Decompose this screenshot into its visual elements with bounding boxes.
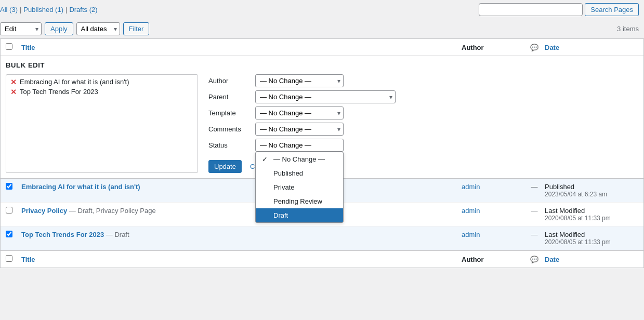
footer-select-all-wrap[interactable] <box>6 255 21 263</box>
status-option-no-change[interactable]: ✓ — No Change — <box>256 152 343 166</box>
row-title-sub-3: — Draft <box>106 231 129 238</box>
bulk-field-author-label: Author <box>208 77 255 85</box>
table-footer-row: Title Author 💬 Date <box>1 250 643 268</box>
bulk-template-select[interactable]: — No Change — <box>255 106 344 119</box>
row-title-sub-2: — Draft, Privacy Policy Page <box>69 207 156 215</box>
row-checkbox-2-wrap[interactable] <box>6 207 21 215</box>
bulk-update-button[interactable]: Update <box>208 160 242 173</box>
bulk-parent-select[interactable]: — No Change — <box>255 90 396 103</box>
row-date-value-1: 2023/05/04 at 6:23 am <box>545 191 638 198</box>
search-pages-area: Search Pages <box>479 3 639 16</box>
select-all-checkbox[interactable] <box>6 43 12 50</box>
status-option-private[interactable]: Private <box>256 180 343 194</box>
status-dropdown-popup: ✓ — No Change — Published Private <box>255 152 344 223</box>
bulk-item-remove-1[interactable]: ✕ <box>10 88 17 96</box>
row-date-3: Last Modified 2020/08/05 at 11:33 pm <box>545 231 638 246</box>
row-date-value-3: 2020/08/05 at 11:33 pm <box>545 238 638 246</box>
footer-column-comments: 💬 <box>524 256 545 263</box>
row-title-link-3[interactable]: Top Tech Trends For 2023 <box>21 231 104 238</box>
bulk-action-select[interactable]: Edit <box>0 22 42 35</box>
filter-links-area: All (3) | Published (1) | Drafts (2) <box>0 6 98 14</box>
comments-column-icon: 💬 <box>530 44 538 51</box>
bulk-status-select[interactable]: — No Change — <box>255 139 344 152</box>
status-option-pending-review[interactable]: Pending Review <box>256 194 343 208</box>
footer-column-date[interactable]: Date <box>545 256 638 263</box>
row-title-1: Embracing AI for what it is (and isn't) <box>21 183 462 191</box>
bulk-field-status-control: — No Change — ✓ — No Change — <box>255 139 344 152</box>
bulk-item-1: ✕ Top Tech Trends For 2023 <box>10 88 193 96</box>
row-title-link-1[interactable]: Embracing AI for what it is (and isn't) <box>21 183 140 191</box>
footer-comments-icon: 💬 <box>530 256 538 263</box>
bulk-field-template-control: — No Change — <box>255 106 344 119</box>
bulk-edit-title: BULK EDIT <box>6 61 638 69</box>
status-option-private-label: Private <box>273 183 294 191</box>
bulk-edit-fields: Author — No Change — Parent — No Chang <box>208 74 638 173</box>
bulk-item-label-1: Top Tech Trends For 2023 <box>20 88 98 96</box>
bulk-field-parent-control: — No Change — <box>255 90 396 103</box>
bulk-field-comments-row: Comments — No Change — <box>208 123 638 136</box>
pages-table: Title Author 💬 Date BULK EDIT ✕ Embracin… <box>0 38 644 268</box>
search-pages-input[interactable] <box>479 3 583 16</box>
row-checkbox-2[interactable] <box>6 207 12 214</box>
bulk-field-status-row: Status — No Change — ✓ — No Change — <box>208 139 638 152</box>
row-author-3: admin <box>462 231 524 238</box>
bulk-item-0: ✕ Embracing AI for what it is (and isn't… <box>10 78 193 86</box>
footer-select-all-checkbox[interactable] <box>6 255 12 262</box>
row-date-1: Published 2023/05/04 at 6:23 am <box>545 183 638 198</box>
row-checkbox-1-wrap[interactable] <box>6 183 21 191</box>
row-author-link-2[interactable]: admin <box>462 207 480 215</box>
filter-drafts-link[interactable]: Drafts (2) <box>69 6 97 14</box>
row-date-value-2: 2020/08/05 at 11:33 pm <box>545 215 638 222</box>
bulk-field-template-row: Template — No Change — <box>208 106 638 119</box>
row-checkbox-1[interactable] <box>6 183 12 190</box>
select-all-checkbox-wrap[interactable] <box>6 43 21 51</box>
filter-published-link[interactable]: Published (1) <box>23 6 63 14</box>
row-title-link-2[interactable]: Privacy Policy <box>21 207 67 215</box>
row-date-label-1: Published <box>545 183 638 191</box>
footer-column-title[interactable]: Title <box>21 256 462 263</box>
row-checkbox-3-wrap[interactable] <box>6 231 21 239</box>
table-header-row: Title Author 💬 Date <box>1 39 643 56</box>
status-option-pending-review-label: Pending Review <box>273 197 322 205</box>
row-author-link-3[interactable]: admin <box>462 231 480 238</box>
row-author-link-1[interactable]: admin <box>462 183 480 191</box>
dates-select-wrap: All dates <box>76 22 120 35</box>
apply-button[interactable]: Apply <box>45 22 73 35</box>
bulk-item-label-0: Embracing AI for what it is (and isn't) <box>20 78 129 86</box>
bulk-field-comments-control: — No Change — <box>255 123 344 136</box>
search-pages-button[interactable]: Search Pages <box>585 3 639 16</box>
status-option-no-change-label: — No Change — <box>273 155 325 163</box>
bulk-comments-select[interactable]: — No Change — <box>255 123 344 136</box>
top-bar: All (3) | Published (1) | Drafts (2) Sea… <box>0 0 644 19</box>
table-row: Top Tech Trends For 2023 — Draft admin —… <box>1 226 643 250</box>
row-title-2: Privacy Policy — Draft, Privacy Policy P… <box>21 207 462 215</box>
row-author-2: admin <box>462 207 524 215</box>
bulk-edit-panel: BULK EDIT ✕ Embracing AI for what it is … <box>1 56 643 179</box>
bulk-item-remove-0[interactable]: ✕ <box>10 78 17 86</box>
bulk-author-select[interactable]: — No Change — <box>255 74 344 87</box>
bulk-edit-items-list: ✕ Embracing AI for what it is (and isn't… <box>6 74 198 173</box>
row-date-label-2: Last Modified <box>545 207 638 215</box>
column-comments-header: 💬 <box>524 44 545 51</box>
status-option-draft[interactable]: Draft <box>256 208 343 222</box>
status-option-published-label: Published <box>273 169 303 177</box>
status-option-draft-label: Draft <box>273 211 288 219</box>
row-checkbox-3[interactable] <box>6 231 12 237</box>
bulk-field-author-row: Author — No Change — <box>208 74 638 87</box>
dates-select[interactable]: All dates <box>76 22 120 35</box>
bulk-field-parent-row: Parent — No Change — <box>208 90 638 103</box>
bulk-field-comments-label: Comments <box>208 125 255 133</box>
footer-column-author: Author <box>462 256 524 263</box>
filter-all-link[interactable]: All (3) <box>0 6 18 14</box>
column-title-header[interactable]: Title <box>21 44 462 51</box>
bulk-field-author-control: — No Change — <box>255 74 344 87</box>
bulk-field-parent-label: Parent <box>208 93 255 101</box>
row-comments-3: — <box>524 231 545 238</box>
row-date-2: Last Modified 2020/08/05 at 11:33 pm <box>545 207 638 222</box>
filter-button[interactable]: Filter <box>123 22 150 35</box>
bulk-field-template-label: Template <box>208 109 255 117</box>
row-title-3: Top Tech Trends For 2023 — Draft <box>21 231 462 238</box>
status-option-published[interactable]: Published <box>256 166 343 180</box>
bulk-edit-content: ✕ Embracing AI for what it is (and isn't… <box>6 74 638 173</box>
column-date-header[interactable]: Date <box>545 44 638 51</box>
